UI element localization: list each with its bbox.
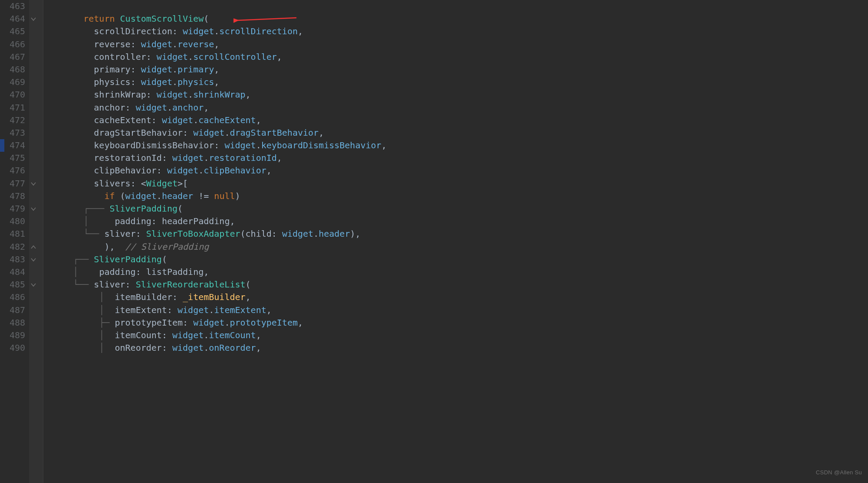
token-p: .	[172, 39, 178, 49]
code-line[interactable]: └── sliver: SliverToBoxAdapter(child: wi…	[52, 228, 868, 240]
token-p: ,	[298, 26, 303, 36]
token-id: reverse	[94, 39, 130, 49]
code-line[interactable]: shrinkWrap: widget.shrinkWrap,	[52, 88, 868, 101]
token-op: !=	[198, 191, 209, 201]
token-p	[193, 191, 198, 201]
token-id	[52, 102, 94, 113]
token-p: .	[198, 165, 204, 176]
token-id: itemExtent	[115, 305, 167, 315]
line-number: 475	[0, 152, 25, 164]
token-p: .	[167, 102, 172, 113]
code-line[interactable]: ├─ prototypeItem: widget.prototypeItem,	[52, 317, 868, 329]
token-p: ,	[204, 102, 209, 113]
code-line[interactable]: └── sliver: SliverReorderableList(	[52, 278, 868, 291]
token-p: (	[246, 279, 251, 290]
breakpoint-marker[interactable]	[0, 139, 4, 152]
code-line[interactable]: dragStartBehavior: widget.dragStartBehav…	[52, 127, 868, 139]
token-tree: ├─	[52, 317, 115, 328]
token-id: prototypeItem	[115, 317, 183, 328]
code-line[interactable]: keyboardDismissBehavior: widget.keyboard…	[52, 139, 868, 152]
token-prop: cacheExtent	[198, 115, 256, 125]
token-p: ,	[266, 305, 272, 315]
token-p: .	[157, 191, 162, 201]
code-line[interactable]: ┌── SliverPadding(	[52, 253, 868, 266]
line-number: 468	[0, 63, 25, 76]
token-prop: widget	[282, 228, 313, 239]
token-ty: SliverPadding	[109, 203, 178, 214]
line-number: 481	[0, 228, 25, 240]
token-p: ,	[266, 165, 272, 176]
code-line[interactable]: anchor: widget.anchor,	[52, 101, 868, 114]
token-ty: SliverPadding	[94, 254, 162, 264]
token-k: return	[83, 13, 115, 24]
code-line[interactable]: │ itemExtent: widget.itemExtent,	[52, 304, 868, 317]
line-number: 479	[0, 202, 25, 215]
token-p: :	[125, 279, 136, 290]
line-number: 487	[0, 304, 25, 317]
token-id: itemCount	[115, 330, 162, 340]
token-id: padding	[99, 267, 135, 277]
token-id	[52, 39, 94, 49]
token-prop: anchor	[172, 102, 204, 113]
code-line[interactable]: clipBehavior: widget.clipBehavior,	[52, 164, 868, 177]
token-prop: widget	[125, 191, 157, 201]
fold-down-icon[interactable]	[30, 282, 36, 288]
code-line[interactable]: │ itemBuilder: _itemBuilder,	[52, 291, 868, 304]
token-id: scrollDirection	[94, 26, 172, 36]
code-line[interactable]: cacheExtent: widget.cacheExtent,	[52, 114, 868, 127]
token-id	[52, 13, 83, 24]
code-line[interactable]: │ padding: headerPadding,	[52, 215, 868, 228]
token-p: ,	[256, 343, 261, 353]
token-tree: │	[52, 343, 115, 353]
line-number-gutter[interactable]: 4634644654664674684694704714724734744754…	[0, 0, 29, 483]
token-p: :	[172, 292, 183, 302]
code-line[interactable]: │ itemCount: widget.itemCount,	[52, 329, 868, 342]
token-id: controller	[94, 52, 146, 62]
token-tree: ┌──	[52, 254, 94, 264]
token-p: ),	[104, 242, 125, 252]
token-ty: SliverToBoxAdapter	[146, 228, 240, 239]
token-p: .	[188, 89, 193, 100]
line-number: 484	[0, 266, 25, 278]
token-p: :	[151, 115, 162, 125]
token-p: .	[204, 153, 209, 163]
token-id: primary	[94, 64, 130, 75]
token-id	[52, 165, 94, 176]
code-area[interactable]: return CustomScrollView( scrollDirection…	[43, 0, 868, 483]
token-p: (	[240, 228, 246, 239]
code-line[interactable]: ), // SliverPadding	[52, 241, 868, 253]
code-line[interactable]: │ onReorder: widget.onReorder,	[52, 342, 868, 354]
fold-down-icon[interactable]	[30, 257, 36, 263]
fold-down-icon[interactable]	[30, 206, 36, 212]
token-prop: widget	[224, 140, 256, 150]
code-editor[interactable]: 4634644654664674684694704714724734744754…	[0, 0, 868, 483]
code-line[interactable]: ┌─── SliverPadding(	[52, 202, 868, 215]
token-id	[52, 127, 94, 138]
code-line[interactable]: controller: widget.scrollController,	[52, 51, 868, 63]
fold-down-icon[interactable]	[30, 16, 36, 22]
code-line[interactable]: scrollDirection: widget.scrollDirection,	[52, 25, 868, 38]
fold-gutter[interactable]	[29, 0, 43, 483]
code-line[interactable]: if (widget.header != null)	[52, 190, 868, 202]
code-line[interactable]: slivers: <Widget>[	[52, 177, 868, 190]
token-prop: physics	[178, 77, 214, 87]
fold-up-icon[interactable]	[30, 244, 36, 250]
token-id: dragStartBehavior	[94, 127, 183, 138]
token-p: (	[178, 203, 183, 214]
fold-down-icon[interactable]	[30, 181, 36, 187]
token-p: :	[131, 39, 141, 49]
code-line[interactable]: restorationId: widget.restorationId,	[52, 152, 868, 164]
token-p: (	[204, 13, 209, 24]
code-line[interactable]	[52, 0, 868, 13]
code-line[interactable]: reverse: widget.reverse,	[52, 38, 868, 51]
code-line[interactable]: │ padding: listPadding,	[52, 266, 868, 278]
code-line[interactable]: physics: widget.physics,	[52, 76, 868, 88]
token-p: .	[172, 77, 178, 87]
token-id	[52, 191, 104, 201]
code-line[interactable]: primary: widget.primary,	[52, 63, 868, 76]
code-line[interactable]: return CustomScrollView(	[52, 13, 868, 25]
token-tree: │	[52, 292, 115, 302]
token-k: if	[104, 191, 115, 201]
token-p: ,	[277, 153, 282, 163]
token-id: cacheExtent	[94, 115, 151, 125]
